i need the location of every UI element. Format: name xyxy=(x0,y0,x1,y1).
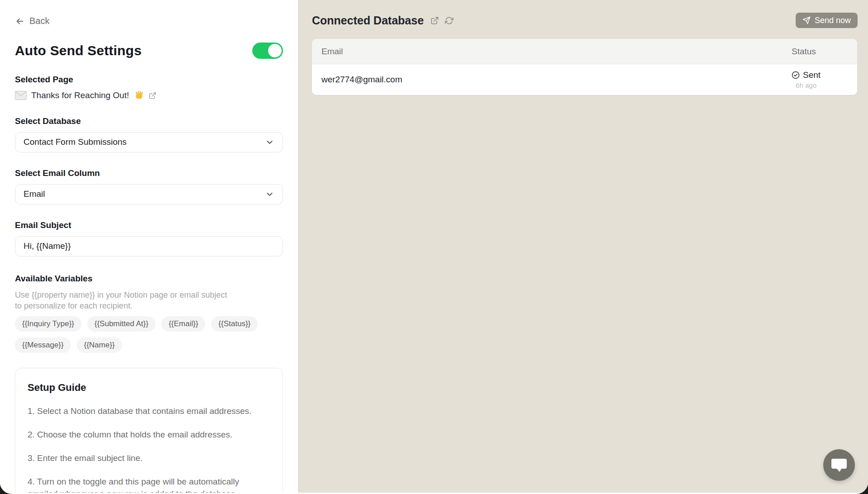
variable-chip[interactable]: {{Message}} xyxy=(15,337,71,353)
chat-launcher-button[interactable] xyxy=(823,449,855,481)
setup-step: 4. Turn on the toggle and this page will… xyxy=(28,475,263,493)
variable-chips: {{Inquiry Type}} {{Submitted At}} {{Emai… xyxy=(15,316,268,353)
select-email-column-label: Select Email Column xyxy=(15,168,283,178)
setup-step: 3. Enter the email subject line. xyxy=(28,452,270,464)
status-timestamp: 6h ago xyxy=(796,81,816,89)
toggle-knob xyxy=(268,44,282,57)
setup-step: 2. Choose the column that holds the emai… xyxy=(28,428,270,441)
envelope-icon xyxy=(15,91,27,100)
variable-chip[interactable]: {{Submitted At}} xyxy=(87,316,156,332)
database-select[interactable]: Contact Form Submissions xyxy=(15,132,283,152)
app-window: Back Auto Send Settings Selected Page Th… xyxy=(0,0,868,493)
status-column-header: Status xyxy=(792,47,857,57)
variable-chip[interactable]: {{Name}} xyxy=(77,337,122,353)
variables-description: Use {{property name}} in your Notion pag… xyxy=(15,290,230,311)
email-subject-input[interactable] xyxy=(15,236,283,256)
chevron-down-icon xyxy=(265,138,274,147)
connected-database-panel: Connected Database Send now Email Status… xyxy=(298,0,868,493)
back-button[interactable]: Back xyxy=(15,16,49,26)
refresh-icon[interactable] xyxy=(445,16,453,25)
email-subject-label: Email Subject xyxy=(15,220,283,230)
page-title: Auto Send Settings xyxy=(15,43,142,58)
auto-send-toggle[interactable] xyxy=(252,43,283,59)
settings-panel: Back Auto Send Settings Selected Page Th… xyxy=(0,0,298,493)
paper-plane-icon xyxy=(802,16,811,24)
chat-bubble-icon xyxy=(830,457,848,473)
arrow-left-icon xyxy=(15,16,25,26)
setup-step: 1. Select a Notion database that contain… xyxy=(28,405,270,417)
variable-chip[interactable]: {{Inquiry Type}} xyxy=(15,316,81,332)
available-variables-label: Available Variables xyxy=(15,274,283,284)
setup-guide-card: Setup Guide 1. Select a Notion database … xyxy=(15,368,283,493)
setup-guide-title: Setup Guide xyxy=(28,382,270,394)
email-column-select[interactable]: Email xyxy=(15,184,283,204)
variable-chip[interactable]: {{Email}} xyxy=(161,316,205,332)
selected-page-title: Thanks for Reaching Out! xyxy=(31,90,129,100)
email-column-select-value: Email xyxy=(24,189,45,199)
send-now-label: Send now xyxy=(815,16,851,25)
selected-page-label: Selected Page xyxy=(15,75,283,85)
variable-chip[interactable]: {{Status}} xyxy=(211,316,258,332)
selected-page-row: Thanks for Reaching Out! xyxy=(15,90,283,101)
window-frame: Back Auto Send Settings Selected Page Th… xyxy=(0,0,868,494)
chevron-down-icon xyxy=(265,190,274,199)
table-row[interactable]: wer2774@gmail.com Sent 6h ago xyxy=(312,64,857,95)
email-column-header: Email xyxy=(312,47,792,57)
connected-database-title: Connected Database xyxy=(312,14,424,27)
back-label: Back xyxy=(29,16,49,26)
check-circle-icon xyxy=(792,71,800,79)
send-now-button[interactable]: Send now xyxy=(796,13,858,28)
status-badge: Sent xyxy=(803,70,821,80)
select-database-label: Select Database xyxy=(15,116,283,126)
table-header-row: Email Status xyxy=(312,39,857,64)
external-link-icon[interactable] xyxy=(430,16,439,25)
row-email-cell: wer2774@gmail.com xyxy=(312,75,792,85)
database-select-value: Contact Form Submissions xyxy=(24,137,127,147)
row-status-cell: Sent 6h ago xyxy=(792,70,857,89)
external-link-icon[interactable] xyxy=(149,92,156,100)
waving-hand-icon xyxy=(134,90,144,101)
title-row: Auto Send Settings xyxy=(15,43,283,59)
connected-database-header: Connected Database Send now xyxy=(312,13,858,28)
connected-database-table: Email Status wer2774@gmail.com Sent 6h a… xyxy=(312,39,857,95)
